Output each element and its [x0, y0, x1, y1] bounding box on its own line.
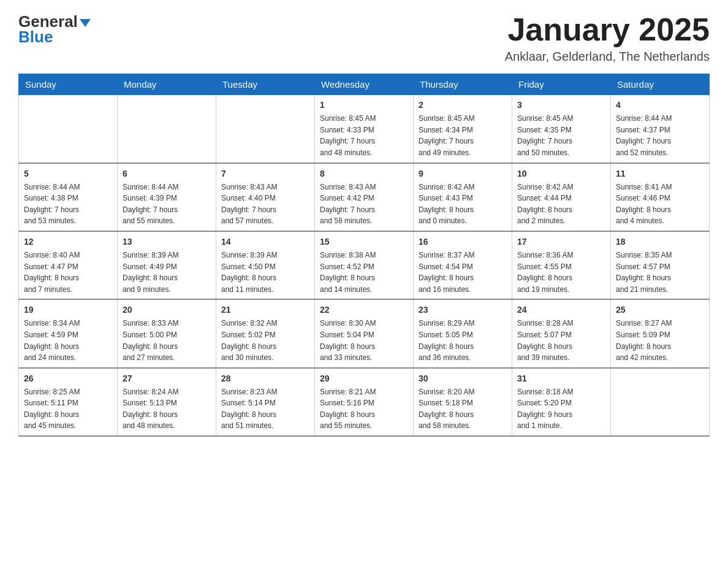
day-number: 14 [221, 236, 309, 248]
calendar-cell: 13Sunrise: 8:39 AMSunset: 4:49 PMDayligh… [118, 231, 216, 299]
calendar-week-3: 12Sunrise: 8:40 AMSunset: 4:47 PMDayligh… [19, 231, 710, 299]
day-info: Sunrise: 8:28 AMSunset: 5:07 PMDaylight:… [517, 318, 605, 363]
day-info: Sunrise: 8:20 AMSunset: 5:18 PMDaylight:… [419, 386, 507, 432]
day-info: Sunrise: 8:43 AMSunset: 4:40 PMDaylight:… [221, 182, 309, 227]
day-info: Sunrise: 8:33 AMSunset: 5:00 PMDaylight:… [123, 318, 211, 363]
day-number: 18 [616, 236, 704, 248]
logo-blue-text: Blue [18, 28, 53, 47]
calendar-cell: 21Sunrise: 8:32 AMSunset: 5:02 PMDayligh… [216, 299, 315, 367]
day-number: 21 [221, 304, 309, 316]
calendar-cell: 19Sunrise: 8:34 AMSunset: 4:59 PMDayligh… [19, 299, 118, 367]
day-number: 29 [320, 372, 408, 385]
logo-arrow-icon [80, 19, 91, 27]
calendar-week-1: 1Sunrise: 8:45 AMSunset: 4:33 PMDaylight… [19, 95, 710, 163]
day-info: Sunrise: 8:42 AMSunset: 4:43 PMDaylight:… [419, 182, 507, 227]
calendar-cell: 17Sunrise: 8:36 AMSunset: 4:55 PMDayligh… [512, 231, 611, 299]
day-info: Sunrise: 8:44 AMSunset: 4:39 PMDaylight:… [123, 182, 211, 227]
day-info: Sunrise: 8:27 AMSunset: 5:09 PMDaylight:… [616, 318, 704, 363]
day-number: 30 [419, 372, 507, 385]
day-number: 26 [24, 372, 112, 385]
calendar-cell: 9Sunrise: 8:42 AMSunset: 4:43 PMDaylight… [414, 163, 512, 231]
calendar-cell: 29Sunrise: 8:21 AMSunset: 5:16 PMDayligh… [315, 368, 414, 436]
day-number: 5 [24, 167, 112, 180]
location-text: Anklaar, Gelderland, The Netherlands [505, 50, 710, 64]
day-number: 19 [24, 304, 112, 316]
calendar-body: 1Sunrise: 8:45 AMSunset: 4:33 PMDaylight… [19, 95, 710, 436]
page-header: General Blue January 2025 Anklaar, Gelde… [18, 12, 710, 64]
calendar-header: SundayMondayTuesdayWednesdayThursdayFrid… [19, 74, 710, 95]
day-info: Sunrise: 8:37 AMSunset: 4:54 PMDaylight:… [419, 250, 507, 295]
day-number: 27 [123, 372, 211, 385]
month-title: January 2025 [505, 12, 710, 47]
day-number: 24 [517, 304, 605, 316]
calendar-cell: 11Sunrise: 8:41 AMSunset: 4:46 PMDayligh… [611, 163, 710, 231]
day-number: 16 [419, 236, 507, 248]
calendar-cell: 12Sunrise: 8:40 AMSunset: 4:47 PMDayligh… [19, 231, 118, 299]
logo: General Blue [18, 12, 91, 47]
day-number: 15 [320, 236, 408, 248]
day-number: 8 [320, 167, 408, 180]
day-info: Sunrise: 8:30 AMSunset: 5:04 PMDaylight:… [320, 318, 408, 363]
day-number: 9 [419, 167, 507, 180]
day-info: Sunrise: 8:43 AMSunset: 4:42 PMDaylight:… [320, 182, 408, 227]
day-info: Sunrise: 8:39 AMSunset: 4:50 PMDaylight:… [221, 250, 309, 295]
day-of-week-wednesday: Wednesday [315, 74, 414, 95]
day-of-week-thursday: Thursday [414, 74, 512, 95]
calendar-cell: 8Sunrise: 8:43 AMSunset: 4:42 PMDaylight… [315, 163, 414, 231]
calendar-cell: 1Sunrise: 8:45 AMSunset: 4:33 PMDaylight… [315, 95, 414, 163]
calendar-week-2: 5Sunrise: 8:44 AMSunset: 4:38 PMDaylight… [19, 163, 710, 231]
day-of-week-tuesday: Tuesday [216, 74, 315, 95]
day-number: 2 [419, 99, 507, 112]
day-number: 20 [123, 304, 211, 316]
calendar-cell: 5Sunrise: 8:44 AMSunset: 4:38 PMDaylight… [19, 163, 118, 231]
calendar-cell [19, 95, 118, 163]
days-of-week-row: SundayMondayTuesdayWednesdayThursdayFrid… [19, 74, 710, 95]
calendar-cell [118, 95, 216, 163]
day-number: 31 [517, 372, 605, 385]
day-of-week-sunday: Sunday [19, 74, 118, 95]
calendar-cell: 31Sunrise: 8:18 AMSunset: 5:20 PMDayligh… [512, 368, 611, 436]
day-info: Sunrise: 8:36 AMSunset: 4:55 PMDaylight:… [517, 250, 605, 295]
calendar-cell: 16Sunrise: 8:37 AMSunset: 4:54 PMDayligh… [414, 231, 512, 299]
day-number: 23 [419, 304, 507, 316]
day-of-week-friday: Friday [512, 74, 611, 95]
day-number: 25 [616, 304, 704, 316]
day-number: 28 [221, 372, 309, 385]
day-number: 22 [320, 304, 408, 316]
calendar-cell: 20Sunrise: 8:33 AMSunset: 5:00 PMDayligh… [118, 299, 216, 367]
day-number: 7 [221, 167, 309, 180]
day-info: Sunrise: 8:21 AMSunset: 5:16 PMDaylight:… [320, 386, 408, 432]
day-number: 3 [517, 99, 605, 112]
calendar-cell: 28Sunrise: 8:23 AMSunset: 5:14 PMDayligh… [216, 368, 315, 436]
calendar-cell [216, 95, 315, 163]
calendar-cell: 2Sunrise: 8:45 AMSunset: 4:34 PMDaylight… [414, 95, 512, 163]
day-info: Sunrise: 8:34 AMSunset: 4:59 PMDaylight:… [24, 318, 112, 363]
calendar-table: SundayMondayTuesdayWednesdayThursdayFrid… [18, 74, 710, 437]
calendar-cell: 30Sunrise: 8:20 AMSunset: 5:18 PMDayligh… [414, 368, 512, 436]
day-info: Sunrise: 8:24 AMSunset: 5:13 PMDaylight:… [123, 386, 211, 432]
day-info: Sunrise: 8:44 AMSunset: 4:37 PMDaylight:… [616, 113, 704, 158]
day-number: 13 [123, 236, 211, 248]
day-number: 4 [616, 99, 704, 112]
calendar-cell: 6Sunrise: 8:44 AMSunset: 4:39 PMDaylight… [118, 163, 216, 231]
day-of-week-saturday: Saturday [611, 74, 710, 95]
calendar-cell: 10Sunrise: 8:42 AMSunset: 4:44 PMDayligh… [512, 163, 611, 231]
day-info: Sunrise: 8:45 AMSunset: 4:35 PMDaylight:… [517, 113, 605, 158]
calendar-cell: 27Sunrise: 8:24 AMSunset: 5:13 PMDayligh… [118, 368, 216, 436]
calendar-week-5: 26Sunrise: 8:25 AMSunset: 5:11 PMDayligh… [19, 368, 710, 436]
day-info: Sunrise: 8:25 AMSunset: 5:11 PMDaylight:… [24, 386, 112, 432]
day-info: Sunrise: 8:41 AMSunset: 4:46 PMDaylight:… [616, 182, 704, 227]
day-info: Sunrise: 8:42 AMSunset: 4:44 PMDaylight:… [517, 182, 605, 227]
day-number: 11 [616, 167, 704, 180]
day-info: Sunrise: 8:23 AMSunset: 5:14 PMDaylight:… [221, 386, 309, 432]
day-info: Sunrise: 8:18 AMSunset: 5:20 PMDaylight:… [517, 386, 605, 432]
calendar-cell: 14Sunrise: 8:39 AMSunset: 4:50 PMDayligh… [216, 231, 315, 299]
calendar-cell: 18Sunrise: 8:35 AMSunset: 4:57 PMDayligh… [611, 231, 710, 299]
day-info: Sunrise: 8:29 AMSunset: 5:05 PMDaylight:… [419, 318, 507, 363]
day-info: Sunrise: 8:45 AMSunset: 4:33 PMDaylight:… [320, 113, 408, 158]
day-info: Sunrise: 8:32 AMSunset: 5:02 PMDaylight:… [221, 318, 309, 363]
calendar-week-4: 19Sunrise: 8:34 AMSunset: 4:59 PMDayligh… [19, 299, 710, 367]
day-number: 1 [320, 99, 408, 112]
day-info: Sunrise: 8:44 AMSunset: 4:38 PMDaylight:… [24, 182, 112, 227]
calendar-cell: 4Sunrise: 8:44 AMSunset: 4:37 PMDaylight… [611, 95, 710, 163]
